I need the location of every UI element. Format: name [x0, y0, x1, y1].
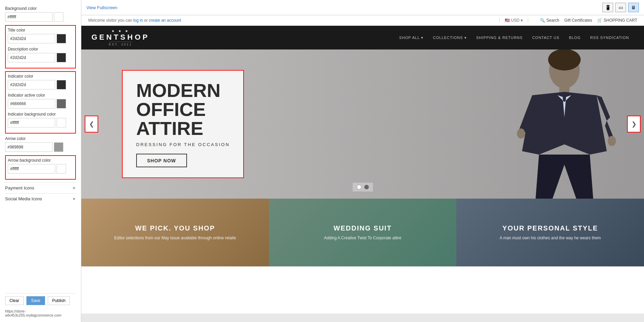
hero-image — [505, 49, 624, 199]
desktop-icon[interactable]: 🖥 — [628, 3, 639, 12]
feature-content-3: YOUR PERSONAL STYLE A man must own his c… — [493, 218, 608, 248]
hero-text-box: MODERN OFFICE ATTIRE DRESSING FOR THE OC… — [122, 70, 244, 178]
social-media-chevron: ▼ — [72, 197, 76, 201]
indicator-dot-2[interactable] — [364, 185, 369, 189]
view-fullscreen-link[interactable]: View Fullscreen — [86, 5, 118, 10]
indicator-active-input[interactable] — [8, 99, 55, 108]
logo-stars: ★ ★ ★ — [111, 29, 129, 33]
clear-button[interactable]: Clear — [5, 296, 24, 305]
payment-icons-label: Payment Icons — [5, 185, 34, 190]
indicator-active-swatch[interactable] — [57, 99, 66, 108]
feature-desc-1: Editor selections from our May issue ava… — [114, 235, 236, 241]
search-link[interactable]: 🔍 Search — [540, 18, 559, 23]
login-link[interactable]: log in — [133, 18, 143, 23]
feature-content-1: WE PICK. YOU SHOP Editor selections from… — [107, 218, 243, 248]
indicator-active-section: Indicator active color — [8, 93, 73, 108]
mobile-icon[interactable]: 📱 — [602, 3, 613, 12]
logo[interactable]: ★ ★ ★ GENTSHOP EST. 2011 — [91, 29, 149, 46]
preview-area: View Fullscreen 📱 ▭ 🖥 Welcome visitor yo… — [81, 0, 644, 322]
prev-arrow-icon: ❮ — [89, 120, 94, 128]
tablet-icon[interactable]: ▭ — [615, 3, 626, 12]
bg-color-swatch[interactable] — [54, 12, 63, 22]
feature-title-1: WE PICK. YOU SHOP — [114, 224, 236, 232]
feature-desc-3: A man must own his clothes and the way h… — [500, 235, 601, 241]
social-media-section[interactable]: Social Media Icons ▼ — [5, 193, 76, 204]
publish-button[interactable]: Publish — [48, 296, 70, 305]
indicator-color-group: Indicator color Indicator active color I… — [5, 71, 76, 134]
svg-point-3 — [517, 128, 525, 139]
indicator-color-label: Indicator color — [8, 74, 73, 79]
indicator-color-swatch[interactable] — [57, 80, 66, 89]
nav-shop-all[interactable]: SHOP ALL ▾ — [394, 26, 428, 49]
title-color-swatch[interactable] — [57, 34, 66, 43]
indicator-bg-input[interactable] — [8, 118, 55, 127]
desc-color-input[interactable] — [8, 53, 55, 62]
nav-collections[interactable]: COLLECTIONS ▾ — [428, 26, 472, 49]
indicator-bg-section: Indicator background color — [8, 112, 73, 127]
cart-icon: 🛒 — [597, 18, 602, 23]
title-color-label: Title color — [8, 28, 73, 33]
indicator-active-label: Indicator active color — [8, 93, 73, 98]
payment-icons-section[interactable]: Payment Icons ▼ — [5, 182, 76, 193]
bg-color-input[interactable] — [5, 12, 53, 22]
prev-arrow-button[interactable]: ❮ — [85, 116, 98, 133]
create-account-link[interactable]: create an account — [149, 18, 181, 23]
shopping-cart-link[interactable]: 🛒 SHOPPING CART — [597, 18, 637, 23]
feature-title-3: YOUR PERSONAL STYLE — [500, 224, 601, 232]
title-color-section: Title color — [8, 28, 73, 43]
nav-blog[interactable]: BLOG — [564, 26, 585, 49]
nav-shipping[interactable]: SHIPPING & RETURNS — [472, 26, 527, 49]
preview-container: Welcome visitor you can log in or create… — [81, 15, 644, 322]
main-navigation: ★ ★ ★ GENTSHOP EST. 2011 SHOP ALL ▾ COLL… — [81, 26, 644, 49]
indicator-dot-1[interactable] — [357, 185, 361, 189]
feature-card-2[interactable]: WEDDING SUIT Adding A Creative Twist To … — [269, 199, 457, 266]
arrow-color-input[interactable] — [5, 142, 53, 152]
arrow-bg-swatch[interactable] — [57, 164, 66, 174]
desc-color-swatch[interactable] — [57, 53, 66, 62]
arrow-color-label: Arrow color — [5, 136, 76, 141]
logo-name: GENTSHOP — [91, 33, 149, 42]
feature-content-2: WEDDING SUIT Adding A Creative Twist To … — [317, 218, 408, 248]
slide-indicators — [352, 182, 373, 192]
bg-color-section: Background color — [5, 6, 76, 22]
status-bar: https://store-wfx453c255.mybigcommerce.c… — [5, 308, 76, 319]
utility-bar: Welcome visitor you can log in or create… — [81, 15, 644, 26]
action-buttons: Clear Save Publish — [5, 293, 76, 308]
logo-est: EST. 2011 — [109, 42, 132, 46]
hero-title: MODERN OFFICE ATTIRE — [136, 81, 230, 138]
indicator-color-input[interactable] — [8, 80, 55, 89]
nav-contact[interactable]: CONTACT US — [527, 26, 564, 49]
settings-panel: Background color Title color Description… — [0, 0, 81, 322]
arrow-bg-input[interactable] — [8, 164, 55, 174]
desc-color-label: Description color — [8, 47, 73, 52]
shop-now-button[interactable]: Shop Now — [136, 154, 187, 167]
arrow-color-swatch[interactable] — [54, 142, 63, 152]
svg-point-2 — [608, 136, 616, 146]
title-color-input[interactable] — [8, 34, 55, 43]
bg-color-label: Background color — [5, 6, 76, 11]
indicator-bg-swatch[interactable] — [57, 118, 66, 127]
status-url: https://store-wfx453c255.mybigcommerce.c… — [5, 309, 61, 317]
payment-icons-chevron: ▼ — [72, 186, 76, 190]
nav-links: SHOP ALL ▾ COLLECTIONS ▾ SHIPPING & RETU… — [394, 26, 634, 49]
next-arrow-button[interactable]: ❯ — [627, 116, 641, 133]
site-wrapper: Welcome visitor you can log in or create… — [81, 15, 644, 314]
save-button[interactable]: Save — [26, 296, 45, 305]
preview-topbar: View Fullscreen 📱 ▭ 🖥 — [81, 0, 644, 15]
currency-selector[interactable]: 🇺🇸 USD ▾ — [499, 18, 528, 23]
man-silhouette-svg — [505, 49, 624, 199]
desc-color-section: Description color — [8, 47, 73, 62]
feature-card-3[interactable]: YOUR PERSONAL STYLE A man must own his c… — [456, 199, 644, 266]
nav-rss[interactable]: RSS SYNDICATION — [585, 26, 634, 49]
feature-card-1[interactable]: WE PICK. YOU SHOP Editor selections from… — [81, 199, 269, 266]
indicator-bg-label: Indicator background color — [8, 112, 73, 117]
hero-subtitle: DRESSING FOR THE OCCASION — [136, 142, 230, 147]
feature-desc-2: Adding A Creative Twist To Corporate att… — [324, 235, 401, 241]
title-color-group: Title color Description color — [5, 25, 76, 68]
welcome-text: Welcome visitor you can log in or create… — [88, 18, 493, 23]
indicator-color-section: Indicator color — [8, 74, 73, 89]
search-icon: 🔍 — [540, 18, 545, 23]
social-media-label: Social Media Icons — [5, 196, 42, 201]
gift-certificates-link[interactable]: Gift Certificates — [564, 18, 592, 23]
next-arrow-icon: ❯ — [631, 120, 637, 128]
